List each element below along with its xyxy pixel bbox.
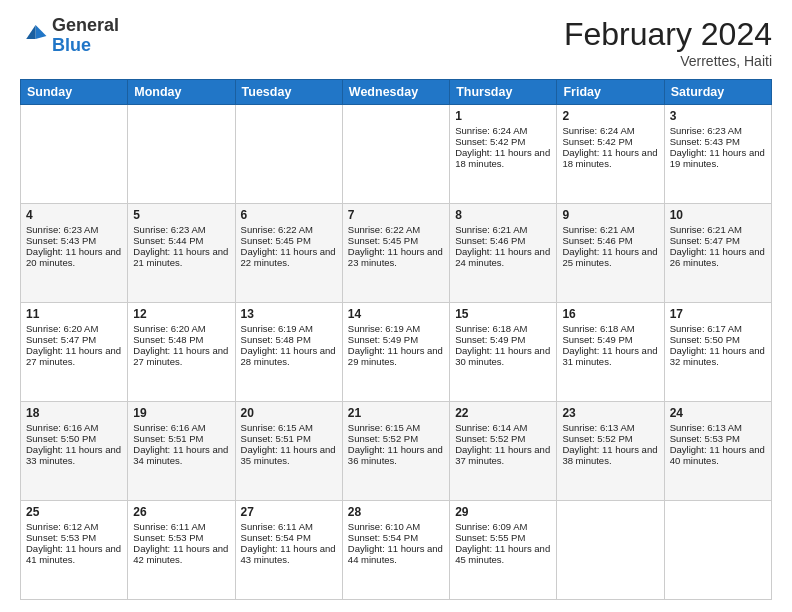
day-info: Sunset: 5:54 PM [241,532,337,543]
calendar-cell: 4Sunrise: 6:23 AMSunset: 5:43 PMDaylight… [21,204,128,303]
day-info: Sunrise: 6:15 AM [348,422,444,433]
day-info: Sunset: 5:55 PM [455,532,551,543]
day-info: Daylight: 11 hours and 27 minutes. [133,345,229,367]
logo-text: General Blue [52,16,119,56]
day-info: Sunset: 5:42 PM [455,136,551,147]
calendar-cell: 16Sunrise: 6:18 AMSunset: 5:49 PMDayligh… [557,303,664,402]
day-number: 1 [455,109,551,123]
day-number: 14 [348,307,444,321]
day-info: Daylight: 11 hours and 44 minutes. [348,543,444,565]
day-number: 27 [241,505,337,519]
day-info: Daylight: 11 hours and 38 minutes. [562,444,658,466]
calendar-title: February 2024 [564,16,772,53]
day-info: Sunset: 5:52 PM [348,433,444,444]
calendar-cell [21,105,128,204]
day-number: 18 [26,406,122,420]
day-number: 2 [562,109,658,123]
day-info: Sunset: 5:48 PM [133,334,229,345]
day-info: Sunrise: 6:22 AM [348,224,444,235]
day-info: Sunrise: 6:24 AM [562,125,658,136]
day-info: Sunrise: 6:12 AM [26,521,122,532]
day-number: 5 [133,208,229,222]
svg-marker-0 [36,25,47,39]
calendar-cell: 7Sunrise: 6:22 AMSunset: 5:45 PMDaylight… [342,204,449,303]
day-info: Sunrise: 6:21 AM [670,224,766,235]
calendar-week-row: 4Sunrise: 6:23 AMSunset: 5:43 PMDaylight… [21,204,772,303]
day-info: Sunrise: 6:14 AM [455,422,551,433]
day-number: 9 [562,208,658,222]
logo-general: General [52,15,119,35]
day-number: 24 [670,406,766,420]
day-info: Daylight: 11 hours and 20 minutes. [26,246,122,268]
day-info: Sunrise: 6:17 AM [670,323,766,334]
day-info: Sunset: 5:53 PM [133,532,229,543]
calendar-cell: 5Sunrise: 6:23 AMSunset: 5:44 PMDaylight… [128,204,235,303]
day-info: Sunset: 5:51 PM [241,433,337,444]
calendar-cell: 14Sunrise: 6:19 AMSunset: 5:49 PMDayligh… [342,303,449,402]
day-number: 17 [670,307,766,321]
day-of-week-header: Monday [128,80,235,105]
day-info: Daylight: 11 hours and 25 minutes. [562,246,658,268]
calendar-cell: 29Sunrise: 6:09 AMSunset: 5:55 PMDayligh… [450,501,557,600]
day-info: Sunset: 5:43 PM [26,235,122,246]
day-number: 10 [670,208,766,222]
day-number: 25 [26,505,122,519]
calendar-cell [128,105,235,204]
day-info: Daylight: 11 hours and 29 minutes. [348,345,444,367]
day-number: 11 [26,307,122,321]
calendar-cell: 28Sunrise: 6:10 AMSunset: 5:54 PMDayligh… [342,501,449,600]
day-number: 22 [455,406,551,420]
day-info: Daylight: 11 hours and 37 minutes. [455,444,551,466]
calendar-week-row: 25Sunrise: 6:12 AMSunset: 5:53 PMDayligh… [21,501,772,600]
day-number: 8 [455,208,551,222]
day-info: Sunset: 5:42 PM [562,136,658,147]
calendar-cell: 10Sunrise: 6:21 AMSunset: 5:47 PMDayligh… [664,204,771,303]
day-of-week-header: Sunday [21,80,128,105]
day-info: Daylight: 11 hours and 27 minutes. [26,345,122,367]
calendar-week-row: 18Sunrise: 6:16 AMSunset: 5:50 PMDayligh… [21,402,772,501]
day-info: Daylight: 11 hours and 36 minutes. [348,444,444,466]
day-info: Sunset: 5:48 PM [241,334,337,345]
day-info: Sunset: 5:52 PM [455,433,551,444]
day-info: Sunrise: 6:11 AM [241,521,337,532]
calendar-cell: 15Sunrise: 6:18 AMSunset: 5:49 PMDayligh… [450,303,557,402]
calendar-cell: 3Sunrise: 6:23 AMSunset: 5:43 PMDaylight… [664,105,771,204]
day-info: Sunset: 5:45 PM [241,235,337,246]
day-info: Daylight: 11 hours and 28 minutes. [241,345,337,367]
day-info: Daylight: 11 hours and 45 minutes. [455,543,551,565]
day-info: Sunrise: 6:15 AM [241,422,337,433]
day-number: 13 [241,307,337,321]
calendar-cell: 18Sunrise: 6:16 AMSunset: 5:50 PMDayligh… [21,402,128,501]
day-of-week-header: Saturday [664,80,771,105]
day-info: Sunset: 5:49 PM [348,334,444,345]
day-info: Sunrise: 6:19 AM [241,323,337,334]
day-info: Sunset: 5:49 PM [455,334,551,345]
calendar-cell [664,501,771,600]
day-info: Daylight: 11 hours and 21 minutes. [133,246,229,268]
calendar-cell: 20Sunrise: 6:15 AMSunset: 5:51 PMDayligh… [235,402,342,501]
day-number: 20 [241,406,337,420]
day-info: Sunrise: 6:09 AM [455,521,551,532]
day-info: Daylight: 11 hours and 22 minutes. [241,246,337,268]
day-number: 3 [670,109,766,123]
title-block: February 2024 Verrettes, Haiti [564,16,772,69]
calendar-cell: 19Sunrise: 6:16 AMSunset: 5:51 PMDayligh… [128,402,235,501]
calendar-cell: 27Sunrise: 6:11 AMSunset: 5:54 PMDayligh… [235,501,342,600]
day-info: Sunrise: 6:16 AM [133,422,229,433]
day-number: 7 [348,208,444,222]
day-info: Sunrise: 6:23 AM [26,224,122,235]
logo: General Blue [20,16,119,56]
day-number: 6 [241,208,337,222]
calendar-table: SundayMondayTuesdayWednesdayThursdayFrid… [20,79,772,600]
calendar-cell: 23Sunrise: 6:13 AMSunset: 5:52 PMDayligh… [557,402,664,501]
calendar-subtitle: Verrettes, Haiti [564,53,772,69]
day-info: Daylight: 11 hours and 40 minutes. [670,444,766,466]
day-info: Daylight: 11 hours and 35 minutes. [241,444,337,466]
day-info: Sunset: 5:45 PM [348,235,444,246]
calendar-cell: 9Sunrise: 6:21 AMSunset: 5:46 PMDaylight… [557,204,664,303]
day-info: Sunset: 5:49 PM [562,334,658,345]
day-info: Sunset: 5:47 PM [26,334,122,345]
day-info: Sunrise: 6:24 AM [455,125,551,136]
day-number: 28 [348,505,444,519]
day-info: Sunset: 5:53 PM [670,433,766,444]
